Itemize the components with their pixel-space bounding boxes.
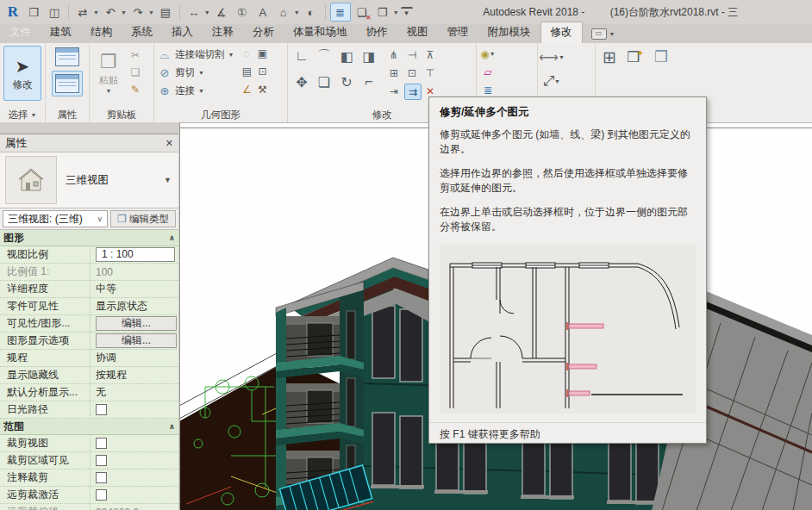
override-lines-icon[interactable]: ≣ [480,83,496,97]
section-header[interactable]: 图形∧ [0,230,178,246]
collapse-icon[interactable]: ∧ [169,422,175,431]
create-similar-icon[interactable]: ❒✦ [625,47,646,67]
measure-between-icon[interactable]: ⟷▼ [541,47,562,67]
measure-icon-dropdown[interactable]: ▼ [204,9,210,16]
edit-button[interactable]: 编辑... [96,316,177,331]
join-geometry-button[interactable]: ⊕ 连接▼ [158,82,234,100]
hide-eraser-icon[interactable]: ▱ [480,65,496,79]
tab-系统[interactable]: 系统 [122,22,162,43]
linework-angle-icon[interactable]: ∠ [239,82,254,96]
unjoin-icon[interactable]: ▤ [239,64,254,78]
switch-windows-icon[interactable]: ❐ [373,3,392,21]
value-text[interactable]: 协调 [96,351,116,365]
mirror-draw-axis-icon[interactable]: ◨ [359,46,379,66]
cut-geometry-button[interactable]: ⊘ 剪切▼ [158,64,234,82]
trim-extend-single-icon[interactable]: ⇥ [386,84,402,98]
aligned-dimension-icon[interactable]: ∡ [212,3,231,21]
render-icon[interactable]: ◐ [302,3,321,21]
copy-icon[interactable]: ❏ [314,72,334,92]
cut-icon[interactable]: ✂ [128,47,143,62]
redo-icon-dropdown[interactable]: ▼ [148,9,154,16]
tag-icon[interactable]: ① [233,3,252,21]
move-icon[interactable]: ✥ [291,72,312,92]
redo-icon[interactable]: ↷ [128,3,147,21]
trim-extend-multiple-icon[interactable]: ⇉ [404,84,422,100]
tab-分析[interactable]: 分析 [243,22,284,43]
modify-contextual-dropdown[interactable]: ▭▼ [591,28,615,43]
undo-icon-dropdown[interactable]: ▼ [121,9,127,16]
sync-icon[interactable]: ⇄ [73,3,92,21]
value-text[interactable]: 显示原状态 [96,299,147,314]
thin-lines-icon[interactable]: ≣ [330,3,351,22]
tab-协作[interactable]: 协作 [357,22,397,43]
revit-logo[interactable]: R [3,3,22,21]
type-properties-icon[interactable] [53,46,82,68]
customize-qat-icon[interactable]: ▾ [401,7,413,17]
align-icon[interactable]: ∟ [291,46,312,66]
type-selector[interactable]: 三维视图 ▼ [0,152,178,208]
scale-icon[interactable]: ⊡ [404,65,420,80]
create-group-icon[interactable]: ⊞ [599,47,620,67]
tab-文件[interactable]: 文件 [0,22,41,43]
view-instance-select[interactable]: 三维视图: (三维) ∨ [3,210,108,227]
split-with-gap-icon[interactable]: ⊣ [404,47,420,62]
open-icon[interactable]: ❒ [24,3,43,21]
visibility-icon[interactable]: ◉▼ [480,47,496,61]
checkbox[interactable] [96,404,107,415]
pin-icon[interactable]: ⊤ [422,65,438,80]
close-properties-icon[interactable]: ✕ [166,138,173,149]
unpin-icon[interactable]: ⊼ [422,47,438,62]
default-3d-view-icon-dropdown[interactable]: ▼ [294,9,300,16]
text-icon[interactable]: A [253,3,272,21]
tab-管理[interactable]: 管理 [438,22,478,43]
tab-修改[interactable]: 修改 [540,22,583,43]
split-element-icon[interactable]: ⋔ [386,47,402,62]
create-assembly-icon[interactable]: ❐ [651,47,671,67]
match-type-icon[interactable]: ✎ [128,82,143,96]
paint-icon[interactable]: ◌ [239,46,254,60]
wall-joins-icon[interactable]: ▣ [254,46,270,60]
mirror-pick-axis-icon[interactable]: ◧ [336,46,357,66]
demolish-icon[interactable]: ⚒ [254,82,270,96]
tab-建筑[interactable]: 建筑 [41,22,81,43]
beam-end-cut-button[interactable]: ⌓ 连接端切割▼ [158,46,234,64]
tab-注释[interactable]: 注释 [203,22,243,43]
value-text[interactable]: 无 [96,385,106,400]
collapse-icon[interactable]: ∧ [169,233,175,242]
value-text[interactable]: 按规程 [96,368,127,382]
checkbox[interactable] [96,455,107,466]
dimension-icon[interactable]: ⤢▼ [541,71,562,91]
edit-button[interactable]: 编辑... [96,333,177,348]
paste-button[interactable]: ❐ 粘贴 ▼ [93,46,124,99]
checkbox[interactable] [96,438,107,449]
properties-palette-icon[interactable] [52,71,83,96]
tab-视图[interactable]: 视图 [397,22,438,43]
tab-附加模块[interactable]: 附加模块 [478,22,540,43]
undo-icon[interactable]: ↶ [101,3,120,21]
tooltip-trim-extend-multiple: 修剪/延伸多个图元 修剪或延伸多个图元 (如墙、线、梁) 到其他图元定义的边界。… [428,96,707,444]
save-icon[interactable]: ◫ [45,3,64,21]
switch-windows-icon-dropdown[interactable]: ▼ [393,9,399,16]
rotate-icon[interactable]: ↻ [336,72,357,92]
checkbox[interactable] [96,472,107,483]
value-input[interactable]: 1 : 100 [96,247,175,262]
value-text[interactable]: 中等 [96,282,116,296]
tab-体量和场地[interactable]: 体量和场地 [284,22,357,43]
trim-corner-icon[interactable]: ⌐ [359,72,379,92]
section-header[interactable]: 范围∧ [0,419,178,435]
array-icon[interactable]: ⊞ [386,65,402,80]
modify-tool-button[interactable]: ➤ 修改 [3,46,41,101]
tab-插入[interactable]: 插入 [162,22,203,43]
close-hidden-windows-icon[interactable]: ❏ [353,3,372,21]
tab-结构[interactable]: 结构 [81,22,122,43]
measure-icon[interactable]: ↔ [184,3,203,21]
panel-select-label[interactable]: 选择▼ [0,107,45,122]
checkbox[interactable] [96,489,107,501]
print-icon[interactable]: ▤ [156,3,175,21]
split-face-icon[interactable]: ⊡ [254,64,270,78]
sync-icon-dropdown[interactable]: ▼ [93,9,99,16]
offset-icon[interactable]: ⌒ [314,46,334,66]
edit-type-button[interactable]: ❐ 编辑类型 [110,210,176,227]
default-3d-view-icon[interactable]: ⌂ [274,3,293,21]
copy-to-clipboard-icon[interactable]: ❏ [128,65,143,79]
